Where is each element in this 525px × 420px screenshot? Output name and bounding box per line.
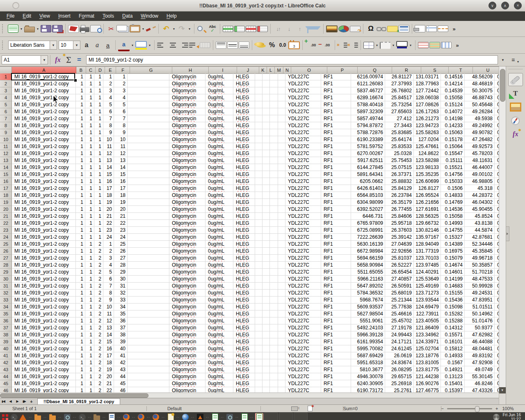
cell-V44[interactable]: 0. [495,373,499,380]
cell-V18[interactable]: 0. [495,192,499,199]
insert-rows-icon[interactable] [223,26,233,32]
column-header-B[interactable]: B [76,67,86,74]
cell-O2[interactable]: YDL227C [285,80,321,87]
cell-N5[interactable] [278,101,285,108]
cell-B24[interactable]: 1 [76,234,85,241]
cell-Q21[interactable]: 6446.731 [351,213,385,220]
cell-D13[interactable]: 1 [94,157,103,164]
cell-N38[interactable] [278,331,285,338]
cell-M8[interactable] [270,122,278,129]
cell-J36[interactable]: HLEG [233,317,255,324]
cell-F31[interactable]: 31 [114,283,128,290]
cell-Q31[interactable]: 5647.89202 [351,283,385,290]
taskbar-item-writerdoc[interactable] [107,413,116,420]
cell-P33[interactable]: RF1 [321,297,351,304]
cell-U22[interactable]: 43.8138 [465,220,495,227]
cell-R32[interactable]: 25.68019 [385,290,414,297]
cell-B37[interactable]: 1 [76,324,85,331]
cell-C16[interactable]: 1 [85,178,94,185]
cell-C27[interactable]: 1 [85,255,94,262]
cell-I21[interactable]: 0ug/mL [205,213,233,220]
cell-T33[interactable]: 0.15436 [441,297,465,304]
cell-I41[interactable]: 0ug/mL [205,352,233,359]
cell-K25[interactable] [255,241,262,248]
cell-T18[interactable]: 0.14833 [441,192,465,199]
cell-A30[interactable]: MI 16_0919_yor1-2 copy [12,276,76,283]
print-area-icon[interactable] [415,25,425,32]
cell-L25[interactable] [262,241,270,248]
cell-D6[interactable]: 1 [94,108,103,115]
font-size-input[interactable] [59,41,73,49]
cell-C1[interactable]: 1 [85,73,94,80]
cell-T39[interactable]: 0.16101 [441,338,465,345]
cell-N12[interactable] [278,150,285,157]
cell-R14[interactable]: 25.07515 [385,164,414,171]
cell-T29[interactable]: 0.14601 [441,269,465,276]
cell-I43[interactable]: 0ug/mL [205,366,233,373]
column-header-N[interactable]: N [283,67,291,74]
cell-P5[interactable]: RF1 [321,101,351,108]
cell-G10[interactable] [128,136,169,143]
cell-K44[interactable] [255,373,262,380]
cell-Q27[interactable]: 5694.66159 [351,255,385,262]
merge-cells-icon[interactable] [200,42,210,48]
cell-E42[interactable]: 18 [103,359,114,366]
cell-Q25[interactable]: 5630.16139 [351,241,385,248]
sidebar-settings-icon[interactable]: ≡ [511,57,518,63]
open-icon[interactable] [24,27,35,32]
align-bottom-icon[interactable] [239,41,249,49]
cell-B43[interactable]: 1 [76,366,85,373]
cell-P39[interactable]: RF1 [321,338,351,345]
cell-F7[interactable]: 7 [114,115,128,122]
cell-E1[interactable]: 1 [103,73,114,80]
cell-Q23[interactable]: 6725.08991 [351,227,385,234]
cell-M11[interactable] [270,143,278,150]
toolbar2-overflow-icon[interactable]: » [452,40,462,50]
cell-A27[interactable]: MI 16_0919_yor1-2 copy [12,255,76,262]
cell-U6[interactable]: 49.26284 [465,108,495,115]
cell-O5[interactable]: YDL227C [285,101,321,108]
border-color-dropdown-icon[interactable]: ▾ [409,40,413,50]
cell-F8[interactable]: 8 [114,122,128,129]
cell-H27[interactable]: Oligomycin [169,255,205,262]
cell-E26[interactable]: 2 [103,248,114,255]
cell-T10[interactable]: 0.15178 [441,136,465,143]
taskbar-item-calc-active[interactable] [255,413,263,420]
cell-J18[interactable]: HLEG [233,192,255,199]
cell-U38[interactable]: 47.62982 [465,331,495,338]
cell-G41[interactable] [128,352,169,359]
cell-J13[interactable]: HLEG [233,157,255,164]
cell-C3[interactable]: 1 [85,87,94,94]
cell-H2[interactable]: Oligomycin [169,80,205,87]
cell-A42[interactable]: MI 16_0919_yor1-2 copy [12,359,76,366]
cell-O4[interactable]: YDL227C [285,94,321,101]
cell-N39[interactable] [278,338,285,345]
cell-R24[interactable]: 25.39142 [385,234,414,241]
cell-U14[interactable]: 46.44007 [465,164,495,171]
cell-D5[interactable]: 1 [94,101,103,108]
cell-F37[interactable]: 37 [114,324,128,331]
cell-N7[interactable] [278,115,285,122]
cell-L7[interactable] [262,115,270,122]
cell-A13[interactable]: MI 16_0919_yor1-2 copy [12,157,76,164]
cell-C43[interactable]: 1 [85,366,94,373]
conditional-format-3-icon[interactable] [441,42,452,48]
cell-P24[interactable]: RF1 [321,234,351,241]
cell-H41[interactable]: Oligomycin [169,352,205,359]
align-center-icon[interactable] [168,43,178,48]
cell-P27[interactable]: RF1 [321,255,351,262]
redo-dropdown-icon[interactable]: ▾ [187,23,192,34]
cell-D7[interactable]: 1 [94,115,103,122]
cell-G8[interactable] [128,122,169,129]
cell-L21[interactable] [262,213,270,220]
cell-D36[interactable]: 2 [94,317,103,324]
cell-G3[interactable] [128,87,169,94]
cell-U18[interactable]: 44.28372 [465,192,495,199]
row-header-38[interactable]: 38 [0,331,12,338]
align-top-icon[interactable] [216,41,226,49]
cell-A17[interactable]: MI 16_0919_yor1-2 copy [12,185,76,192]
taskbar-item-folder[interactable] [34,413,42,420]
cell-V27[interactable]: 0. [495,255,499,262]
cell-H21[interactable]: Oligomycin [169,213,205,220]
column-header-I[interactable]: I [209,67,237,74]
